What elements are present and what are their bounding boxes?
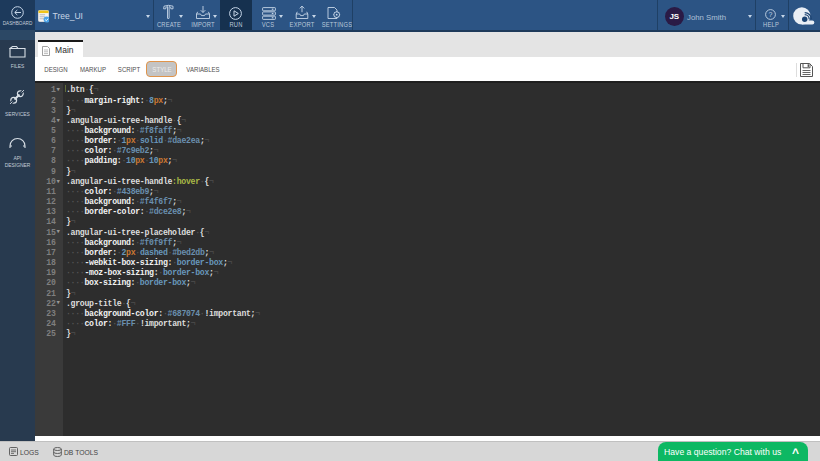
svg-text:?: ? [768,11,772,18]
